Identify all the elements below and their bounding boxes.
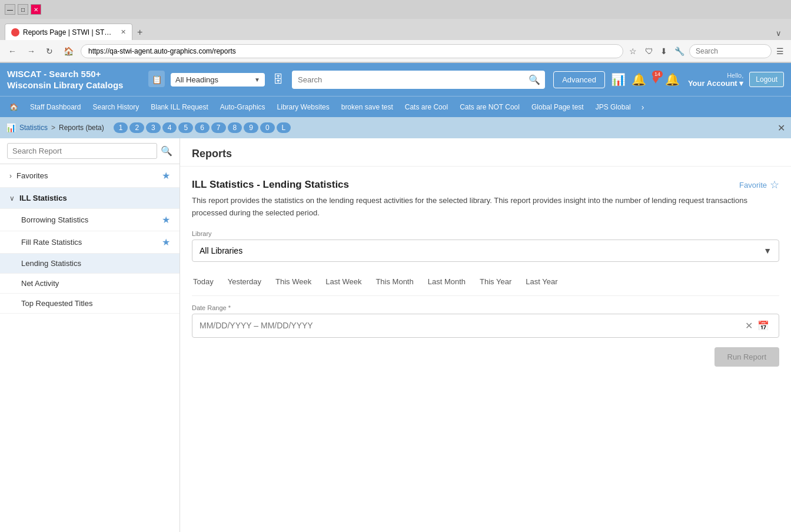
search-button[interactable]: 🔍 (524, 71, 545, 89)
main-search-input[interactable] (292, 72, 524, 88)
library-dropdown[interactable]: All Libraries ▼ (192, 240, 779, 262)
content-header: Reports (180, 138, 791, 167)
date-tab-this-week[interactable]: This Week (274, 275, 313, 290)
date-tab-yesterday[interactable]: Yesterday (227, 275, 262, 290)
date-tab-today[interactable]: Today (192, 275, 215, 290)
date-range-label: Date Range * (192, 304, 779, 311)
fill-rate-statistics-star-icon[interactable]: ★ (162, 237, 170, 248)
tab-favicon (11, 28, 19, 36)
alpha-button-0[interactable]: 0 (260, 122, 275, 133)
favorites-expand-icon: › (9, 172, 12, 180)
favorite-button[interactable]: Favorite ☆ (739, 178, 779, 191)
favorites-label: Favorites (16, 171, 157, 180)
content-area: Reports ILL Statistics - Lending Statist… (180, 138, 791, 532)
stats-icon: 📊 (6, 123, 16, 132)
nav-cats-cool[interactable]: Cats are Cool (399, 98, 454, 116)
sidebar-item-lending-statistics[interactable]: Lending Statistics (0, 254, 180, 274)
calendar-button[interactable]: 📅 (755, 320, 772, 331)
sidebar-search-input[interactable] (7, 143, 157, 159)
database-icon: 🗄 (273, 74, 284, 86)
date-tab-last-month[interactable]: Last Month (427, 275, 467, 290)
sidebar-item-borrowing-statistics[interactable]: Borrowing Statistics ★ (0, 209, 180, 231)
date-range-input[interactable] (200, 321, 743, 330)
sidebar-item-top-requested[interactable]: Top Requested Titles (0, 294, 180, 314)
bookmark-button[interactable]: ☆ (627, 44, 639, 58)
nav-auto-graphics[interactable]: Auto-Graphics (214, 98, 271, 116)
alpha-button-3[interactable]: 3 (146, 122, 161, 133)
tab-close-icon[interactable]: ✕ (121, 28, 126, 36)
breadcrumb-close-button[interactable]: ✕ (777, 122, 785, 134)
report-title-text: ILL Statistics - Lending Statistics (192, 179, 349, 191)
nav-blank-ill-request[interactable]: Blank ILL Request (145, 98, 214, 116)
date-range-wrapper: ✕ 📅 (192, 314, 779, 338)
date-tab-this-year[interactable]: This Year (478, 275, 513, 290)
nav-global-page[interactable]: Global Page test (526, 98, 590, 116)
alpha-button-9[interactable]: 9 (244, 122, 258, 133)
sidebar-item-fill-rate-statistics[interactable]: Fill Rate Statistics ★ (0, 231, 180, 254)
search-type-dropdown[interactable]: All Headings ▼ (171, 73, 265, 87)
notifications-icon[interactable]: 🔔 (632, 73, 646, 86)
nav-more-icon[interactable]: › (637, 99, 649, 115)
bell-icon[interactable]: 🔔 (665, 73, 680, 86)
sidebar-item-net-activity[interactable]: Net Activity (0, 274, 180, 294)
nav-cats-not-cool[interactable]: Cats are NOT Cool (454, 98, 526, 116)
alpha-button-7[interactable]: 7 (211, 122, 226, 133)
f9-wrapper: 🔔 (665, 72, 680, 87)
nav-jps-global[interactable]: JPS Global (590, 98, 637, 116)
alpha-button-6[interactable]: 6 (195, 122, 210, 133)
back-button[interactable]: ← (5, 45, 20, 57)
nav-search-history[interactable]: Search History (87, 98, 145, 116)
address-input[interactable] (81, 44, 623, 58)
account-button[interactable]: Hello, Your Account ▾ (688, 72, 743, 88)
browser-tab[interactable]: Reports Page | STWI | STWI | Au... ✕ (5, 24, 132, 40)
menu-button[interactable]: ☰ (774, 44, 786, 58)
date-range-clear-button[interactable]: ✕ (743, 320, 755, 331)
download-button[interactable]: ⬇ (658, 44, 670, 58)
advanced-search-button[interactable]: Advanced (553, 71, 605, 88)
sidebar-search-button[interactable]: 🔍 (161, 145, 172, 157)
minimize-button[interactable]: — (5, 4, 15, 15)
account-dropdown-icon: ▾ (739, 79, 743, 88)
maximize-button[interactable]: □ (18, 4, 28, 15)
sidebar-item-ill-statistics[interactable]: ∨ ILL Statistics (0, 188, 180, 209)
extension-button[interactable]: 🔧 (672, 44, 687, 58)
alpha-button-8[interactable]: 8 (228, 122, 242, 133)
date-tab-last-week[interactable]: Last Week (324, 275, 363, 290)
main-search-box: 🔍 (292, 71, 545, 89)
date-tab-last-year[interactable]: Last Year (524, 275, 559, 290)
alpha-button-1[interactable]: 1 (114, 122, 128, 133)
favorites-star-icon[interactable]: ★ (162, 170, 170, 181)
forward-button[interactable]: → (24, 45, 39, 57)
report-panel: ILL Statistics - Lending Statistics Favo… (180, 167, 791, 378)
shield-icon[interactable]: 🛡 (643, 44, 656, 58)
search-mode-icon[interactable]: 📋 (148, 71, 165, 89)
sidebar-item-favorites[interactable]: › Favorites ★ (0, 164, 180, 188)
logout-button[interactable]: Logout (749, 72, 784, 87)
borrowing-statistics-star-icon[interactable]: ★ (162, 214, 170, 225)
alpha-button-4[interactable]: 4 (162, 122, 177, 133)
new-tab-button[interactable]: + (132, 25, 147, 40)
close-button[interactable]: ✕ (31, 4, 41, 15)
alpha-button-5[interactable]: 5 (178, 122, 193, 133)
refresh-button[interactable]: ↻ (42, 45, 56, 57)
run-report-button[interactable]: Run Report (714, 347, 779, 367)
nav-home-icon[interactable]: 🏠 (4, 98, 24, 116)
nav-library-websites[interactable]: Library Websites (271, 98, 335, 116)
report-description: This report provides the statistics on t… (192, 195, 779, 220)
home-button[interactable]: 🏠 (60, 45, 77, 57)
date-range-field: Date Range * ✕ 📅 (192, 304, 779, 338)
library-label: Library (192, 230, 779, 237)
nav-broken-save-test[interactable]: broken save test (335, 98, 399, 116)
nav-staff-dashboard[interactable]: Staff Dashboard (24, 98, 87, 116)
tabs-dropdown-icon[interactable]: ∨ (771, 26, 786, 40)
breadcrumb-statistics[interactable]: Statistics (19, 124, 48, 132)
date-tab-this-month[interactable]: This Month (374, 275, 414, 290)
chevron-down-icon: ▼ (254, 77, 260, 83)
alpha-button-2[interactable]: 2 (129, 122, 144, 133)
reports-icon[interactable]: 📊 (611, 73, 626, 86)
browser-search-input[interactable] (689, 44, 772, 58)
breadcrumb-bar: 📊 Statistics > Reports (beta) 1234567890… (0, 117, 791, 138)
favorite-star-icon: ☆ (770, 178, 779, 191)
alpha-button-l[interactable]: L (277, 122, 291, 133)
alpha-buttons-group: 1234567890L (114, 122, 291, 133)
